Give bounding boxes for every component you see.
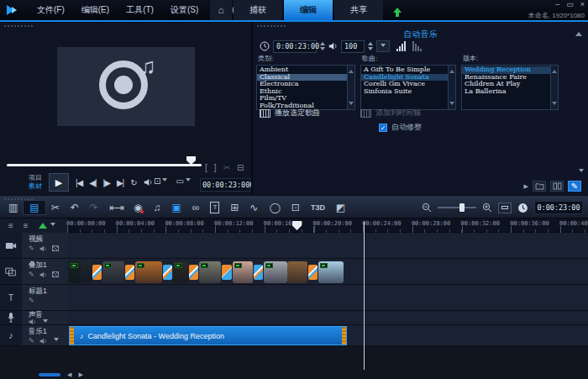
split-view-button[interactable]: ⊟ <box>237 163 244 172</box>
zoom-slider-thumb[interactable] <box>459 203 465 212</box>
fade-in-icon[interactable] <box>396 41 406 51</box>
subtitle-editor-button[interactable]: T <box>210 202 219 213</box>
track-edit-icon[interactable]: ✎ <box>29 297 34 304</box>
track-expand-chevron[interactable] <box>43 319 48 325</box>
mark-in-button[interactable]: [ <box>205 163 207 172</box>
redo-button[interactable]: ↷ <box>90 203 98 213</box>
clip-thumbnail[interactable] <box>264 261 287 283</box>
track-mute-button[interactable] <box>39 338 47 345</box>
clip-thumbnail[interactable] <box>135 261 162 283</box>
transition-chip[interactable] <box>189 265 198 280</box>
voice-track-content[interactable] <box>67 311 588 325</box>
storyboard-view-button[interactable]: ▥ <box>8 203 18 213</box>
mask-creator-button[interactable]: ◩ <box>336 203 345 213</box>
clip-thumbnail[interactable] <box>233 261 253 283</box>
transition-chip[interactable] <box>125 265 134 280</box>
list-item[interactable]: Sinfonia Suite <box>361 88 448 96</box>
transition-chip[interactable] <box>308 265 318 280</box>
restore-button[interactable]: ▭ <box>566 1 574 8</box>
prev-clip-button[interactable]: |◀ <box>76 178 82 187</box>
clip-thumbnail[interactable] <box>81 261 92 283</box>
duration-field[interactable]: 0:00:23:00 <box>273 40 317 53</box>
menu-item[interactable]: 文件(F) <box>30 3 71 18</box>
trim-markers-button[interactable]: ⇤⇥ <box>109 203 123 213</box>
sound-mixer-button[interactable]: ♫ <box>153 203 160 213</box>
mode-clip[interactable]: 素材 <box>29 182 42 191</box>
next-frame-button[interactable]: |▶ <box>103 178 110 187</box>
tab-share[interactable]: 共享 <box>334 0 383 20</box>
title-track-content[interactable] <box>67 285 588 311</box>
list-item[interactable]: La Ballerina <box>462 88 550 96</box>
scroll-right-button[interactable]: ▶ <box>78 371 82 377</box>
track-edit-icon[interactable]: ✎ <box>29 271 34 278</box>
record-capture-button[interactable]: ◉ <box>134 203 142 213</box>
track-mute-button[interactable] <box>39 245 47 252</box>
minimize-button[interactable]: – <box>555 1 559 8</box>
track-height-slider[interactable] <box>39 373 60 376</box>
track-mute-button[interactable] <box>39 271 47 278</box>
prev-frame-button[interactable]: ◀| <box>89 178 96 187</box>
duration-spinner[interactable] <box>320 39 325 53</box>
menu-item[interactable]: 编辑(E) <box>75 3 116 18</box>
panel-options-chevron[interactable] <box>579 169 584 175</box>
custom-motion-button[interactable]: ◯ <box>269 203 280 213</box>
timeline-view-button[interactable]: ▤ <box>23 200 45 215</box>
mark-out-button[interactable]: ] <box>214 163 217 172</box>
transition-chip[interactable] <box>254 265 263 280</box>
motion-tracking-button[interactable]: ⊡ <box>291 203 300 213</box>
clip-thumbnail[interactable] <box>287 261 307 283</box>
clip-thumbnail[interactable] <box>102 261 124 283</box>
fade-options-button[interactable] <box>376 40 390 52</box>
volume-field[interactable]: 100 <box>341 40 365 53</box>
panel-grip[interactable] <box>256 24 286 28</box>
auto-music-button[interactable]: ▣ <box>171 203 181 213</box>
track-frame-icon[interactable] <box>52 245 59 251</box>
tab-home[interactable]: ⌂ <box>210 0 232 20</box>
fit-project-button[interactable] <box>498 203 512 213</box>
split-clip-button[interactable]: ✂ <box>223 163 230 172</box>
timeline-timecode[interactable]: 0:00:23:00 <box>534 201 583 214</box>
scroll-left-button[interactable]: ◀ <box>67 371 71 377</box>
ruler-scale[interactable]: 00:00:00:0000:00:04:0000:00:08:0000:00:1… <box>67 218 588 233</box>
trim-tools-button[interactable]: ✂ <box>51 203 60 213</box>
song-scrollbar[interactable] <box>448 66 455 109</box>
next-clip-button[interactable]: ▶| <box>117 178 123 187</box>
panel-grip[interactable] <box>3 24 34 28</box>
close-button[interactable]: × <box>580 1 585 8</box>
category-scrollbar[interactable] <box>347 66 354 109</box>
tab-edit[interactable]: 编辑 <box>284 0 333 20</box>
publish-arrow-icon[interactable] <box>393 0 402 20</box>
auto-trim-checkbox[interactable]: ✓ <box>379 124 387 132</box>
player-timecode[interactable]: 00:00:23:000 <box>200 178 250 192</box>
seek-bar[interactable] <box>7 164 202 166</box>
zoom-slider[interactable] <box>438 207 476 208</box>
library-folder-button[interactable] <box>533 181 546 192</box>
repeat-button[interactable]: ↻ <box>130 178 136 187</box>
3d-title-editor-button[interactable]: T3D <box>311 203 325 213</box>
ripple-edit-button[interactable]: ∞ <box>192 203 200 213</box>
fade-out-icon[interactable] <box>412 41 422 51</box>
video-track-content[interactable] <box>67 233 588 259</box>
transition-chip[interactable] <box>222 265 232 280</box>
clip-thumbnail[interactable] <box>199 261 221 283</box>
show-all-tracks-button[interactable]: ≡ <box>24 221 29 230</box>
undo-button[interactable]: ↶ <box>71 203 79 213</box>
clip-thumbnail[interactable] <box>318 261 344 283</box>
clip-thumbnail[interactable] <box>173 261 188 283</box>
media-browser-button[interactable] <box>550 181 564 192</box>
transition-chip[interactable] <box>163 265 172 280</box>
window-layout-button[interactable]: ▭ <box>176 176 190 186</box>
track-transparency-button[interactable]: ∿ <box>249 203 258 213</box>
menu-item[interactable]: 设置(S) <box>164 3 205 18</box>
play-selected-song-button[interactable]: 播放选定歌曲 <box>260 108 320 118</box>
track-manager-button[interactable]: ≡ <box>8 221 13 230</box>
enlarge-preview-button[interactable]: ⊡ <box>154 176 167 186</box>
music-clip[interactable]: ♪ Candlelight Sonata - Wedding Reception <box>69 326 347 345</box>
zoom-out-button[interactable] <box>422 203 432 213</box>
track-edit-icon[interactable]: ✎ <box>29 245 34 252</box>
mode-project[interactable]: 项目 <box>29 174 42 182</box>
track-mute-button[interactable] <box>29 318 36 325</box>
track-edit-icon[interactable]: ✎ <box>29 337 34 345</box>
split-screen-template-button[interactable]: ⊞ <box>230 203 239 213</box>
edit-options-button[interactable]: ✎ <box>568 181 581 192</box>
